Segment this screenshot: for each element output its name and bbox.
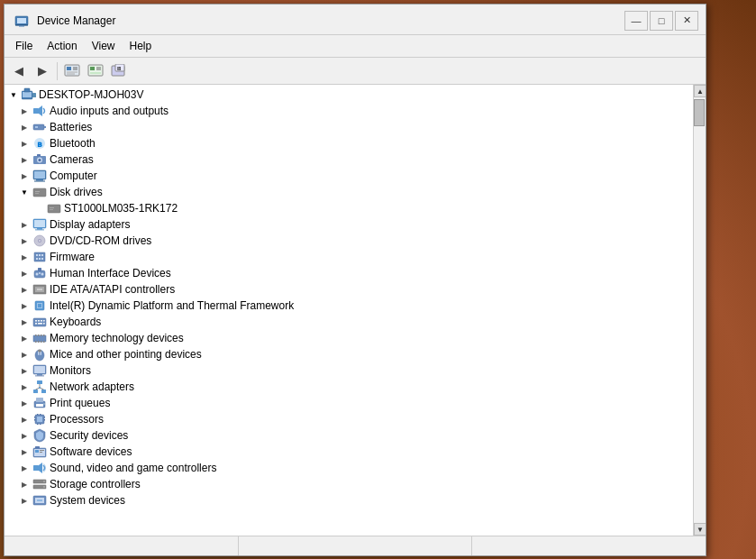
menu-help[interactable]: Help — [123, 37, 159, 55]
tree-pane[interactable]: ▼ DESKTOP-MJOH03V ▶ — [5, 85, 693, 536]
item-label: Keyboards — [50, 316, 101, 328]
svg-rect-76 — [43, 320, 45, 322]
svg-rect-14 — [90, 72, 101, 74]
list-item[interactable]: ▶ Memory technology devices — [5, 330, 693, 346]
dvd-icon — [32, 234, 47, 248]
scroll-up-arrow[interactable]: ▲ — [694, 85, 706, 97]
item-label: Monitors — [50, 364, 91, 377]
list-item[interactable]: ▶ ST1000LM035-1RK172 — [5, 200, 693, 216]
item-label: Disk drives — [50, 186, 103, 198]
minimize-button[interactable]: — — [624, 11, 648, 31]
svg-rect-48 — [34, 220, 45, 227]
list-item[interactable]: ▶ Storage controllers — [5, 476, 693, 492]
list-item[interactable]: ▶ Print queues — [5, 395, 693, 411]
expand-arrow: ▼ — [19, 187, 30, 197]
back-button[interactable]: ◀ — [8, 61, 30, 81]
list-item[interactable]: ▶ Keyboards — [5, 314, 693, 330]
scroll-thumb[interactable] — [694, 99, 705, 126]
item-label: System devices — [50, 494, 125, 507]
list-item[interactable]: ▶ Mice and other pointing devices — [5, 346, 693, 362]
scan-button[interactable] — [85, 61, 106, 81]
computer-icon — [32, 169, 47, 183]
tree-root[interactable]: ▼ DESKTOP-MJOH03V — [5, 87, 693, 103]
close-button[interactable]: ✕ — [675, 11, 698, 31]
svg-rect-122 — [40, 452, 42, 453]
list-item[interactable]: ▶ Monitors — [5, 362, 693, 379]
toolbar-separator-1 — [57, 62, 58, 80]
expand-arrow: ▶ — [19, 495, 30, 506]
svg-rect-37 — [33, 188, 46, 197]
expand-arrow: ▶ — [19, 398, 30, 408]
list-item[interactable]: ▶ System devices — [5, 492, 693, 509]
item-label: Intel(R) Dynamic Platform and Thermal Fr… — [50, 299, 294, 312]
expand-arrow: ▶ — [19, 154, 30, 165]
menu-action[interactable]: Action — [40, 37, 84, 55]
svg-rect-68 — [37, 289, 42, 290]
window-icon — [14, 14, 29, 28]
svg-rect-60 — [41, 258, 43, 260]
list-item[interactable]: ▶ Network adapters — [5, 379, 693, 395]
list-item[interactable]: ▶ Computer — [5, 168, 693, 184]
list-item[interactable]: ▶ ʙ Bluetooth — [5, 135, 693, 151]
maximize-button[interactable]: □ — [650, 11, 673, 31]
svg-rect-86 — [38, 341, 40, 343]
svg-marker-23 — [39, 105, 42, 116]
menu-file[interactable]: File — [8, 37, 40, 55]
svg-rect-22 — [33, 108, 39, 114]
list-item[interactable]: ▶ Display adapters — [5, 216, 693, 233]
list-item[interactable]: ▶ Sound, video and game controllers — [5, 460, 693, 476]
svg-rect-123 — [35, 446, 40, 449]
content-area: ▼ DESKTOP-MJOH03V ▶ — [5, 85, 706, 536]
list-item[interactable]: ▶ DVD/CD-ROM drives — [5, 233, 693, 249]
vertical-scrollbar[interactable]: ▲ ▼ — [693, 85, 706, 536]
item-label: Mice and other pointing devices — [50, 348, 202, 361]
root-label: DESKTOP-MJOH03V — [39, 88, 143, 101]
svg-rect-41 — [35, 193, 39, 194]
item-label: Sound, video and game controllers — [50, 462, 216, 474]
list-item[interactable]: ▶ Security devices — [5, 427, 693, 444]
item-label: IDE ATA/ATAPI controllers — [50, 283, 175, 296]
menu-view[interactable]: View — [85, 37, 123, 55]
expand-arrow: ▶ — [19, 333, 30, 344]
svg-rect-50 — [35, 230, 44, 231]
status-section-1 — [5, 536, 239, 555]
svg-rect-107 — [43, 403, 45, 405]
item-label: Processors — [50, 413, 104, 426]
scroll-track[interactable] — [694, 97, 706, 523]
audio-icon — [32, 104, 47, 118]
list-item[interactable]: ▶ IDE ATA/ATAPI controllers — [5, 281, 693, 298]
svg-rect-46 — [50, 209, 53, 210]
list-item[interactable]: ▼ Disk drives — [5, 184, 693, 200]
list-item[interactable]: ▶ Software devices — [5, 444, 693, 460]
item-label: Audio inputs and outputs — [50, 105, 169, 117]
list-item[interactable]: ▶ Human Interface Devices — [5, 265, 693, 281]
forward-button[interactable]: ▶ — [32, 61, 53, 81]
scroll-down-arrow[interactable]: ▼ — [694, 523, 706, 536]
item-label: Security devices — [50, 429, 128, 442]
svg-rect-110 — [34, 417, 35, 418]
keyboards-icon — [32, 315, 47, 329]
list-item[interactable]: ▶ Batteries — [5, 119, 693, 135]
svg-point-128 — [43, 481, 45, 482]
list-item[interactable]: ▶ Firmware — [5, 249, 693, 265]
expand-arrow: ▶ — [19, 138, 30, 149]
svg-rect-72 — [33, 318, 46, 326]
list-item[interactable]: ▶ Processors — [5, 411, 693, 427]
svg-rect-114 — [37, 414, 39, 415]
list-item[interactable]: ▶ Cameras — [5, 151, 693, 168]
item-label: Cameras — [50, 153, 94, 166]
svg-rect-56 — [39, 254, 41, 256]
hid-icon — [32, 266, 47, 280]
svg-rect-54 — [34, 252, 45, 261]
sound-icon — [32, 461, 47, 475]
mice-icon — [32, 347, 47, 362]
list-item[interactable]: ▶ Intel(R) Dynamic Platform and Thermal … — [5, 298, 693, 314]
expand-arrow: ▶ — [19, 219, 30, 230]
help-button[interactable]: 🖥 — [108, 61, 130, 81]
svg-rect-21 — [32, 93, 36, 97]
system-icon — [32, 493, 47, 508]
svg-point-62 — [36, 273, 39, 276]
network-icon — [32, 380, 47, 394]
list-item[interactable]: ▶ Audio inputs and outputs — [5, 103, 693, 119]
properties-button[interactable] — [61, 61, 83, 81]
